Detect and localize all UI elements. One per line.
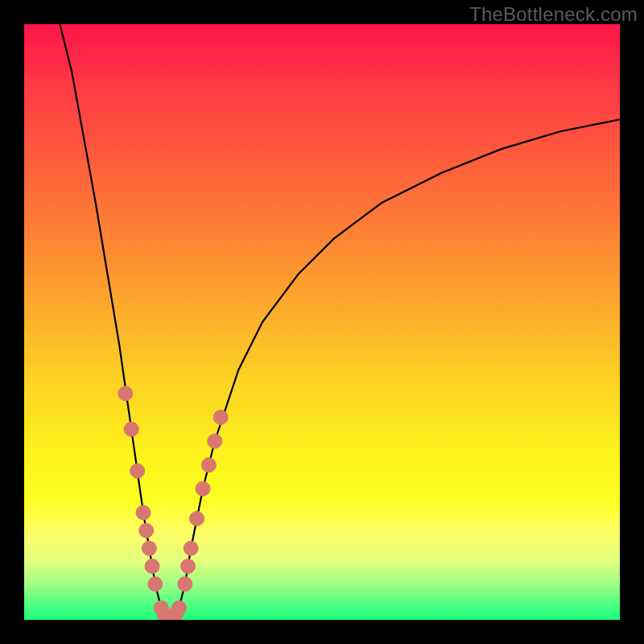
watermark-text: TheBottleneck.com — [469, 3, 638, 26]
chart-frame: { "watermark": "TheBottleneck.com", "col… — [0, 0, 644, 644]
plot-area — [24, 24, 620, 620]
